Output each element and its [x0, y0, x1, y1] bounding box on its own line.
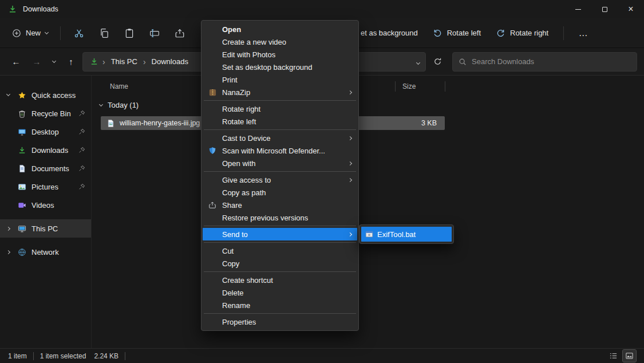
- sidebar-item-videos[interactable]: Videos: [0, 196, 91, 214]
- send-to-submenu: ExifTool.bat: [359, 224, 454, 244]
- menu-item-nanazip[interactable]: NanaZip: [203, 86, 357, 98]
- details-view-button[interactable]: [607, 350, 620, 362]
- sidebar-item-network[interactable]: Network: [0, 243, 91, 261]
- sidebar-item-recycle-bin[interactable]: Recycle Bin: [0, 104, 91, 123]
- sidebar-item-this-pc[interactable]: This PC: [0, 219, 91, 238]
- cut-icon: [74, 28, 84, 38]
- submenu-arrow-icon: [348, 136, 352, 140]
- pin-icon: [78, 147, 85, 153]
- paste-button[interactable]: [117, 23, 142, 44]
- menu-item-copy[interactable]: Copy: [203, 257, 357, 270]
- pin-icon: [78, 183, 85, 190]
- window-title: Downloads: [23, 5, 58, 13]
- rename-icon: [149, 28, 160, 38]
- new-button[interactable]: New: [6, 25, 54, 42]
- search-input[interactable]: [472, 57, 631, 66]
- menu-item-print[interactable]: Print: [203, 73, 357, 86]
- menu-separator: [204, 242, 356, 243]
- menu-item-scan-with-microsoft-defender[interactable]: Scan with Microsoft Defender...: [203, 144, 357, 157]
- column-headers: Name Size: [92, 79, 644, 94]
- rename-button[interactable]: [142, 23, 167, 44]
- nanazip-icon: [203, 88, 222, 97]
- recycle-bin-icon: [16, 109, 27, 118]
- rotate-right-button[interactable]: Rotate right: [490, 24, 554, 42]
- chevron-down-icon[interactable]: [0, 94, 16, 96]
- column-header-name[interactable]: Name: [92, 82, 128, 90]
- menu-item-edit-with-photos[interactable]: Edit with Photos: [203, 48, 357, 61]
- back-icon: ←: [12, 57, 21, 66]
- thumbnail-view-button[interactable]: [623, 350, 636, 362]
- this-pc-icon: [16, 224, 27, 233]
- submenu-arrow-icon: [348, 90, 352, 94]
- set-as-background-label: et as background: [361, 29, 418, 37]
- submenu-item-exiftool-bat[interactable]: ExifTool.bat: [361, 227, 452, 242]
- context-menu: Open Create a new video Edit with Photos…: [201, 20, 359, 331]
- sidebar-item-documents[interactable]: Documents: [0, 159, 91, 177]
- menu-item-copy-as-path[interactable]: Copy as path: [203, 186, 357, 199]
- maximize-icon: [602, 7, 607, 12]
- share-icon: [203, 201, 222, 209]
- breadcrumb-this-pc[interactable]: This PC: [109, 56, 139, 67]
- cut-button[interactable]: [66, 23, 92, 44]
- menu-item-open[interactable]: Open: [203, 23, 357, 35]
- downloads-icon: [8, 5, 17, 14]
- menu-item-set-as-desktop-background[interactable]: Set as desktop background: [203, 61, 357, 73]
- menu-item-create-a-new-video[interactable]: Create a new video: [203, 35, 357, 48]
- rotate-right-icon: [496, 28, 505, 38]
- rotate-left-button[interactable]: Rotate left: [427, 24, 487, 42]
- menu-item-give-access-to[interactable]: Give access to: [203, 173, 357, 186]
- menu-separator: [204, 129, 356, 130]
- submenu-arrow-icon: [348, 177, 352, 182]
- menu-item-properties[interactable]: Properties: [203, 315, 357, 328]
- videos-icon: [16, 201, 27, 210]
- menu-separator: [204, 171, 356, 172]
- menu-item-create-shortcut[interactable]: Create shortcut: [203, 274, 357, 286]
- recent-locations-button[interactable]: [48, 53, 60, 71]
- address-dropdown-button[interactable]: [417, 57, 420, 66]
- forward-button[interactable]: →: [27, 53, 46, 71]
- refresh-button[interactable]: [428, 53, 447, 71]
- search-box[interactable]: [452, 52, 637, 72]
- menu-item-rename[interactable]: Rename: [203, 299, 357, 311]
- menu-item-send-to[interactable]: Send to: [203, 228, 357, 240]
- pin-icon: [78, 110, 85, 117]
- minimize-icon: [575, 9, 581, 10]
- copy-icon: [99, 28, 109, 38]
- menu-item-cut[interactable]: Cut: [203, 244, 357, 257]
- column-header-size[interactable]: Size: [402, 82, 416, 90]
- menu-item-restore-previous-versions[interactable]: Restore previous versions: [203, 211, 357, 224]
- sidebar-item-downloads[interactable]: Downloads: [0, 141, 91, 159]
- minimize-button[interactable]: [565, 0, 591, 18]
- chevron-down-icon: [416, 61, 420, 65]
- share-button[interactable]: [167, 23, 192, 44]
- menu-item-share[interactable]: Share: [203, 199, 357, 211]
- sidebar-item-desktop[interactable]: Desktop: [0, 123, 91, 141]
- column-divider[interactable]: [395, 81, 396, 92]
- chevron-right-icon[interactable]: [0, 227, 16, 230]
- submenu-arrow-icon: [348, 232, 352, 236]
- menu-item-rotate-left[interactable]: Rotate left: [203, 115, 357, 128]
- menu-item-delete[interactable]: Delete: [203, 286, 357, 299]
- back-button[interactable]: ←: [7, 53, 25, 71]
- menu-item-cast-to-device[interactable]: Cast to Device: [203, 132, 357, 144]
- sidebar-item-pictures[interactable]: Pictures: [0, 177, 91, 196]
- sidebar-item-quick-access[interactable]: Quick access: [0, 86, 91, 104]
- group-header-today[interactable]: Today (1): [92, 101, 644, 109]
- file-list-area: Name Size Today (1) william-henry-gates-…: [92, 76, 644, 348]
- toolbar-right-group: et as background Rotate left Rotate righ…: [355, 18, 594, 48]
- more-options-button[interactable]: …: [573, 24, 594, 42]
- chevron-right-icon[interactable]: [0, 251, 16, 254]
- menu-item-rotate-right[interactable]: Rotate right: [203, 102, 357, 115]
- copy-button[interactable]: [92, 23, 117, 44]
- chevron-down-icon: [45, 30, 49, 34]
- up-button[interactable]: ↑: [62, 53, 80, 71]
- menu-item-open-with[interactable]: Open with: [203, 157, 357, 169]
- close-button[interactable]: ×: [618, 0, 644, 18]
- statusbar-divider: [33, 352, 34, 360]
- set-as-background-button[interactable]: et as background: [355, 25, 424, 41]
- file-explorer-window: Downloads × New: [0, 0, 644, 363]
- defender-shield-icon: [203, 147, 222, 155]
- column-divider[interactable]: [445, 81, 445, 92]
- breadcrumb-downloads[interactable]: Downloads: [150, 56, 190, 67]
- maximize-button[interactable]: [591, 0, 618, 18]
